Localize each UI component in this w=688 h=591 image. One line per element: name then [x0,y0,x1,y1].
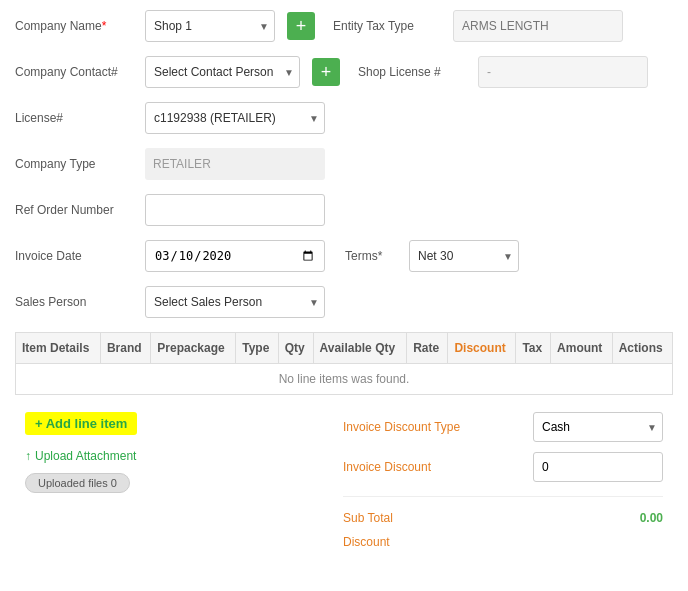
terms-label: Terms* [345,249,405,263]
line-items-table: Item Details Brand Prepackage Type Qty A… [15,332,673,395]
license-select[interactable]: c1192938 (RETAILER) [145,102,325,134]
invoice-date-label: Invoice Date [15,249,145,263]
license-label: License# [15,111,145,125]
bottom-right: Invoice Discount Type Cash Percentage ▼ … [343,412,663,549]
divider [343,496,663,497]
company-type-label: Company Type [15,157,145,171]
sub-total-row: Sub Total 0.00 [343,511,663,525]
uploaded-files-button[interactable]: Uploaded files 0 [25,473,130,493]
invoice-date-input[interactable] [145,240,325,272]
invoice-discount-type-select[interactable]: Cash Percentage [533,412,663,442]
col-rate: Rate [407,333,448,364]
invoice-discount-type-row: Invoice Discount Type Cash Percentage ▼ [343,412,663,442]
company-type-value: RETAILER [145,148,325,180]
upload-attachment-link[interactable]: ↑ Upload Attachment [25,449,333,463]
invoice-discount-label: Invoice Discount [343,460,503,474]
sales-person-label: Sales Person [15,295,145,309]
invoice-discount-row: Invoice Discount [343,452,663,482]
add-line-item-button[interactable]: + Add line item [25,412,137,435]
col-item-details: Item Details [16,333,101,364]
ref-order-input[interactable] [145,194,325,226]
company-contact-select[interactable]: Select Contact Person [145,56,300,88]
terms-select[interactable]: Net 30 [409,240,519,272]
invoice-discount-type-label: Invoice Discount Type [343,420,503,434]
upload-icon: ↑ [25,449,31,463]
invoice-discount-input[interactable] [533,452,663,482]
col-available-qty: Available Qty [313,333,407,364]
company-name-label: Company Name* [15,19,145,33]
sub-total-label: Sub Total [343,511,503,525]
add-company-button[interactable]: + [287,12,315,40]
no-items-message: No line items was found. [16,364,673,395]
shop-license-label: Shop License # [358,65,478,79]
no-items-row: No line items was found. [16,364,673,395]
discount-row: Discount [343,535,663,549]
col-actions: Actions [612,333,672,364]
col-tax: Tax [516,333,551,364]
sales-person-select[interactable]: Select Sales Person [145,286,325,318]
col-prepackage: Prepackage [151,333,236,364]
col-brand: Brand [100,333,150,364]
col-discount: Discount [448,333,516,364]
shop-license-input[interactable] [478,56,648,88]
sub-total-value: 0.00 [640,511,663,525]
add-contact-button[interactable]: + [312,58,340,86]
company-contact-label: Company Contact# [15,65,145,79]
col-qty: Qty [278,333,313,364]
entity-tax-label: Entity Tax Type [333,19,453,33]
company-name-select[interactable]: Shop 1 [145,10,275,42]
discount-label: Discount [343,535,503,549]
bottom-left: + Add line item ↑ Upload Attachment Uplo… [25,412,333,549]
col-type: Type [236,333,278,364]
entity-tax-input[interactable] [453,10,623,42]
col-amount: Amount [551,333,613,364]
ref-order-label: Ref Order Number [15,203,145,217]
